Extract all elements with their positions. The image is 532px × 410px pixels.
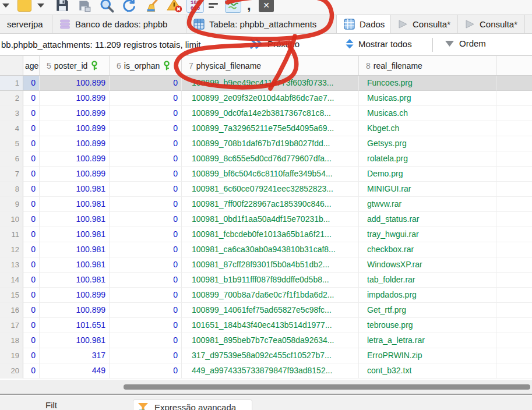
row-number[interactable]: 13	[0, 257, 23, 273]
wrap-lines-icon[interactable]	[209, 0, 218, 14]
cell-real-filename[interactable]: WindowsXP.rar	[359, 257, 496, 273]
cell-age[interactable]: 0	[23, 212, 40, 227]
cell-real-filename[interactable]: checkbox.rar	[359, 242, 496, 257]
cell-is-orphan[interactable]: 0	[110, 76, 182, 91]
cell-is-orphan[interactable]: 0	[110, 167, 182, 182]
cell-physical-filename[interactable]: 100899_14061fef75ad65827e5c98fc...	[182, 303, 359, 318]
cell-physical-filename[interactable]: 100981_b1b911fff087f89ddffe0d5b8...	[182, 273, 359, 288]
row-number[interactable]: 15	[0, 288, 23, 303]
cell-real-filename[interactable]: gtwvw.rar	[359, 197, 496, 212]
cell-poster-id[interactable]: 100.899	[40, 76, 110, 91]
row-number[interactable]: 14	[0, 273, 23, 288]
cell-is-orphan[interactable]: 0	[110, 136, 182, 151]
cell-age[interactable]: 0	[23, 106, 40, 121]
cell-poster-id[interactable]: 100.981	[40, 242, 110, 257]
cell-age[interactable]: 0	[23, 333, 40, 348]
cell-real-filename[interactable]: cont_b32.txt	[359, 363, 496, 379]
dropdown-caret-icon[interactable]	[2, 0, 9, 14]
cell-physical-filename[interactable]: 100899_708b1daf67b7d19b8027fdd...	[182, 136, 359, 151]
cell-poster-id[interactable]: 100.981	[40, 333, 110, 348]
cell-poster-id[interactable]: 101.651	[40, 318, 110, 333]
cell-age[interactable]: 0	[23, 167, 40, 182]
row-number[interactable]: 20	[0, 363, 23, 379]
cell-is-orphan[interactable]: 0	[110, 91, 182, 106]
cell-is-orphan[interactable]: 0	[110, 318, 182, 333]
column-header-physical_filename[interactable]: 7 physical_filename	[182, 56, 359, 75]
cell-age[interactable]: 0	[23, 136, 40, 151]
save-icon[interactable]	[55, 0, 70, 14]
column-header-real_filename[interactable]: 8 real_filename	[359, 56, 496, 75]
cell-physical-filename[interactable]: 100899_0dc0fa14e2b3817367c81c8...	[182, 106, 359, 121]
cell-poster-id[interactable]: 100.899	[40, 151, 110, 167]
refresh-icon[interactable]	[121, 0, 137, 14]
cell-age[interactable]: 0	[23, 288, 40, 303]
cell-real-filename[interactable]: Musicas.ch	[359, 106, 496, 121]
tab-tabela-phpbb_attachments[interactable]: Tabela: phpbb_attachments	[186, 15, 337, 33]
cell-is-orphan[interactable]: 0	[110, 212, 182, 227]
cell-age[interactable]: 0	[23, 121, 40, 136]
cell-real-filename[interactable]: Kbget.ch	[359, 121, 496, 136]
cell-age[interactable]: 0	[23, 303, 40, 318]
row-number[interactable]: 10	[0, 212, 23, 227]
cell-poster-id[interactable]: 317	[40, 348, 110, 363]
row-number[interactable]: 18	[0, 333, 23, 348]
cell-real-filename[interactable]: Getsys.prg	[359, 136, 496, 151]
cell-real-filename[interactable]: letra_a_letra.rar	[359, 333, 496, 348]
cell-age[interactable]: 0	[23, 91, 40, 106]
cell-real-filename[interactable]: tebrouse.prg	[359, 318, 496, 333]
comma-icon[interactable]: ,	[247, 0, 251, 14]
cell-poster-id[interactable]: 100.899	[40, 288, 110, 303]
row-number[interactable]: 3	[0, 106, 23, 121]
row-number[interactable]: 6	[0, 151, 23, 167]
cell-age[interactable]: 0	[23, 76, 40, 91]
cell-age[interactable]: 0	[23, 318, 40, 333]
cell-physical-filename[interactable]: 100981_fcbcdeb0fe1013a65b1a6f21...	[182, 227, 359, 242]
cell-poster-id[interactable]: 100.899	[40, 136, 110, 151]
cell-real-filename[interactable]: Musicas.prg	[359, 91, 496, 106]
cell-age[interactable]: 0	[23, 151, 40, 167]
row-number[interactable]: 2	[0, 91, 23, 106]
tab-consulta-2[interactable]: Consulta*	[458, 15, 525, 33]
save-as-icon[interactable]	[77, 0, 92, 14]
cell-poster-id[interactable]: 100.899	[40, 121, 110, 136]
column-header-is_orphan[interactable]: 6 is_orphan	[110, 56, 182, 75]
cell-age[interactable]: 0	[23, 197, 40, 212]
new-item-icon[interactable]	[17, 0, 31, 14]
cell-age[interactable]: 0	[23, 227, 40, 242]
spellcheck-toggle-icon[interactable]	[225, 0, 241, 14]
cell-real-filename[interactable]: Funcoes.prg	[359, 76, 496, 91]
row-number[interactable]: 9	[0, 197, 23, 212]
row-number[interactable]: 4	[0, 121, 23, 136]
cell-is-orphan[interactable]: 0	[110, 363, 182, 379]
row-number[interactable]: 17	[0, 318, 23, 333]
cell-age[interactable]: 0	[23, 242, 40, 257]
cell-is-orphan[interactable]: 0	[110, 303, 182, 318]
cell-is-orphan[interactable]: 0	[110, 273, 182, 288]
cell-is-orphan[interactable]: 0	[110, 348, 182, 363]
cell-physical-filename[interactable]: 100899_8c655e5d0cd76d779607dfa...	[182, 151, 359, 167]
cell-physical-filename[interactable]: 317_d97539e58a092c455cf10527b7...	[182, 348, 359, 363]
cell-poster-id[interactable]: 100.981	[40, 273, 110, 288]
tab-dados[interactable]: Dados	[337, 15, 391, 33]
cell-real-filename[interactable]: MINIGUI.rar	[359, 182, 496, 197]
cell-physical-filename[interactable]: 100981_6c60ce079241eec32852823...	[182, 182, 359, 197]
row-number[interactable]: 1	[0, 76, 23, 91]
cell-physical-filename[interactable]: 100899_700b8a7da6e0c7f1f1bda6d2...	[182, 288, 359, 303]
cell-poster-id[interactable]: 100.981	[40, 227, 110, 242]
cell-physical-filename[interactable]: 100899_bf6c504c6c8110faffe349b54...	[182, 167, 359, 182]
next-page-button[interactable]: Próximo	[249, 38, 300, 49]
cell-real-filename[interactable]: Demo.prg	[359, 167, 496, 182]
cell-is-orphan[interactable]: 0	[110, 333, 182, 348]
cell-poster-id[interactable]: 100.899	[40, 167, 110, 182]
cell-age[interactable]: 0	[23, 273, 40, 288]
cell-poster-id[interactable]: 100.981	[40, 257, 110, 273]
column-header-age[interactable]: age	[23, 56, 40, 75]
cell-poster-id[interactable]: 100.899	[40, 91, 110, 106]
order-button[interactable]: Ordem	[444, 38, 486, 48]
cell-real-filename[interactable]: tab_folder.rar	[359, 273, 496, 288]
close-icon[interactable]: ✕	[259, 0, 274, 14]
cell-real-filename[interactable]: add_status.rar	[359, 212, 496, 227]
cell-physical-filename[interactable]: 100899_7a32965211e75e5d4095a69...	[182, 121, 359, 136]
cell-real-filename[interactable]: Get_rtf.prg	[359, 303, 496, 318]
cell-poster-id[interactable]: 100.981	[40, 212, 110, 227]
